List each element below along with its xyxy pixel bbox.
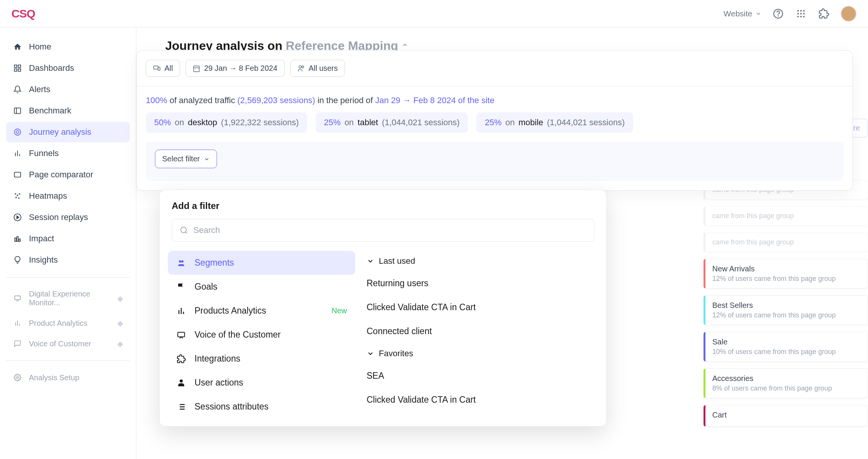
nav-insights[interactable]: Insights [6, 250, 130, 270]
extension-icon[interactable] [818, 8, 830, 20]
website-dropdown[interactable]: Website [724, 9, 761, 18]
page-group-card[interactable]: Best Sellers 12% of users came from this… [704, 295, 868, 325]
nav-label: Home [29, 42, 51, 52]
nav-analysis-setup[interactable]: Analysis Setup [6, 368, 130, 387]
nav-label: Product Analytics [29, 319, 87, 328]
nav-label: Heatmaps [29, 191, 67, 201]
page-group-card[interactable]: Accessories 8% of users came from this p… [704, 368, 868, 398]
group-desc: 12% of users came from this page group [712, 311, 861, 319]
nav-heatmaps[interactable]: Heatmaps [6, 186, 130, 206]
svg-rect-41 [154, 66, 158, 69]
svg-rect-12 [18, 65, 21, 67]
chevron-icon: ⌃ [402, 43, 408, 51]
category-icon [176, 306, 186, 316]
svg-line-48 [185, 232, 187, 233]
svg-point-47 [181, 227, 187, 233]
lightbulb-icon [13, 255, 22, 265]
nav-journey-analysis[interactable]: Journey analysis [6, 122, 130, 142]
filter-category-goals[interactable]: Goals [168, 275, 355, 299]
diamond-icon: ◆ [117, 319, 123, 328]
filter-category-sessions-attributes[interactable]: Sessions attributes [168, 395, 355, 419]
nav-label: Alerts [29, 84, 50, 94]
help-icon[interactable] [772, 8, 784, 20]
play-icon [13, 213, 22, 222]
svg-point-1 [778, 16, 778, 16]
nav-home[interactable]: Home [6, 37, 130, 57]
result-group-header[interactable]: Last used [367, 251, 598, 271]
apps-grid-icon[interactable] [795, 8, 807, 20]
result-group-header[interactable]: Favorites [367, 343, 598, 364]
diamond-icon: ◆ [117, 339, 123, 348]
select-filter-button[interactable]: Select filter [155, 150, 217, 168]
svg-point-55 [180, 379, 183, 382]
chevron-down-icon [367, 350, 374, 357]
search-placeholder: Search [193, 225, 220, 235]
filter-option[interactable]: Clicked Validate CTA in Cart [367, 295, 598, 319]
svg-point-25 [19, 193, 21, 195]
filter-option[interactable]: Clicked Validate CTA in Cart [367, 388, 598, 412]
chevron-down-icon [204, 156, 210, 162]
nav-impact[interactable]: Impact [6, 228, 130, 249]
svg-rect-32 [19, 239, 21, 241]
nav-dashboards[interactable]: Dashboards [6, 58, 130, 78]
svg-rect-13 [14, 69, 17, 71]
chip-on: on [505, 118, 514, 128]
nav-benchmark[interactable]: Benchmark [6, 100, 130, 121]
svg-point-5 [797, 13, 799, 14]
filter-category-segments[interactable]: Segments [168, 251, 355, 275]
page-group-card[interactable]: Cart [704, 405, 868, 427]
device-filter-all[interactable]: All [146, 60, 180, 77]
device-chip: 50% on desktop (1,922,322 sessions) [146, 112, 307, 133]
filter-option[interactable]: SEA [367, 364, 598, 388]
nav-session-replays[interactable]: Session replays [6, 207, 130, 228]
home-icon [13, 42, 22, 51]
category-icon [176, 354, 186, 364]
filter-category-products-analytics[interactable]: Products Analytics New [168, 299, 355, 323]
filter-option[interactable]: Returning users [367, 271, 598, 295]
svg-rect-33 [15, 296, 21, 300]
compare-icon [13, 170, 22, 179]
category-icon [176, 282, 186, 292]
svg-point-17 [14, 129, 21, 135]
group-title: Accessories [712, 374, 861, 383]
nav-page-comparator[interactable]: Page comparator [6, 164, 130, 185]
group-title: Best Sellers [712, 301, 861, 310]
nav-label: Benchmark [29, 106, 71, 116]
category-label: Sessions attributes [195, 402, 268, 412]
page-group-card[interactable]: New Arrivals 12% of users came from this… [704, 259, 868, 288]
divider [6, 277, 130, 277]
chip-device: mobile [519, 118, 543, 128]
chevron-down-icon [755, 11, 761, 17]
filter-category-voice-of-the-customer[interactable]: Voice of the Customer [168, 323, 355, 347]
svg-point-23 [15, 193, 16, 195]
filter-category-user-actions[interactable]: User actions [168, 371, 355, 395]
chip-sessions: (1,044,021 sessions) [547, 118, 625, 128]
device-chip: 25% on tablet (1,044,021 sessions) [316, 112, 468, 133]
page-group-card[interactable]: came from this page group [704, 206, 868, 226]
filter-search-input[interactable]: Search [172, 219, 594, 242]
chip-sessions: (1,922,322 sessions) [221, 118, 299, 128]
nav-voice-customer[interactable]: Voice of Customer ◆ [6, 334, 130, 354]
nav-funnels[interactable]: Funnels [6, 143, 130, 164]
nav-alerts[interactable]: Alerts [6, 79, 130, 100]
nav-product-analytics[interactable]: Product Analytics ◆ [6, 313, 130, 333]
nav-digital-experience[interactable]: Digital Experience Monitor... ◆ [6, 284, 130, 312]
category-label: Integrations [195, 354, 240, 364]
page-group-card[interactable]: Sale 10% of users came from this page gr… [704, 332, 868, 362]
date-range-filter[interactable]: 29 Jan → 8 Feb 2024 [185, 60, 284, 77]
divider [6, 360, 130, 361]
avatar[interactable] [841, 6, 857, 22]
page-group-card[interactable]: came from this page group [704, 233, 868, 252]
group-title: Sale [712, 338, 861, 346]
svg-point-4 [803, 10, 804, 11]
users-filter-all[interactable]: All users [290, 60, 345, 77]
filter-option[interactable]: Connected client [367, 319, 598, 343]
chip-on: on [175, 118, 184, 128]
filter-category-integrations[interactable]: Integrations [168, 347, 355, 371]
impact-icon [13, 234, 22, 243]
svg-rect-14 [18, 69, 21, 71]
logo: CSQ [11, 7, 35, 20]
main-content: Journey analysis on Reference Mapping ⌃ … [136, 27, 868, 459]
svg-point-3 [800, 10, 802, 11]
svg-rect-22 [14, 172, 21, 177]
